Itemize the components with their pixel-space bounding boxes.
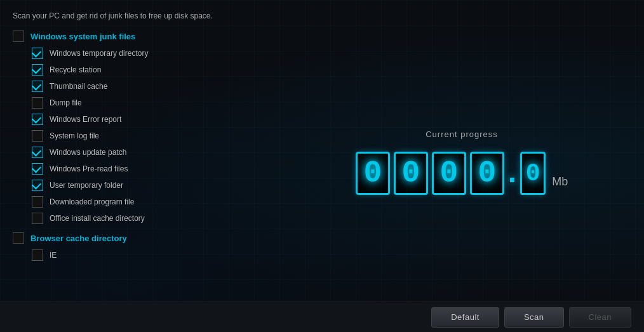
default-button[interactable]: Default <box>431 307 499 328</box>
group-items-windows-junk: Windows temporary directory Recycle stat… <box>32 46 279 226</box>
description-text: Scan your PC and get rid of junk files t… <box>13 11 631 20</box>
digit-3: 0 <box>432 152 466 195</box>
unit-label: Mb <box>552 175 568 195</box>
item-row-system-log-file: System log file <box>32 128 279 143</box>
content-area: Windows system junk files Windows tempor… <box>13 30 631 332</box>
digit-4: 0 <box>470 152 504 195</box>
item-row-thumbnail-cache: Thumbnail cache <box>32 79 279 94</box>
digit-1: 0 <box>356 152 390 195</box>
checkbox-dump-file[interactable] <box>32 97 43 109</box>
group-header-windows-junk: Windows system junk files <box>13 30 279 42</box>
item-label-thumbnail-cache: Thumbnail cache <box>50 82 107 91</box>
item-label-dump-file: Dump file <box>50 98 82 107</box>
checkbox-win-preread[interactable] <box>32 163 43 175</box>
item-label-ie: IE <box>50 251 57 260</box>
item-label-win-preread: Windows Pre-read files <box>50 164 128 173</box>
decimal-point: . <box>508 157 516 187</box>
group-label-windows-junk: Windows system junk files <box>30 32 135 41</box>
item-label-win-temp-dir: Windows temporary directory <box>50 49 148 58</box>
item-row-user-temp-folder: User temporary folder <box>32 178 279 193</box>
item-row-downloaded-program: Downloaded program file <box>32 194 279 209</box>
scan-button[interactable]: Scan <box>504 307 564 328</box>
footer-bar: Default Scan Clean <box>0 302 644 332</box>
item-label-recycle-station: Recycle station <box>50 65 101 74</box>
item-row-office-cache: Office install cache directory <box>32 211 279 226</box>
clean-button: Clean <box>569 307 631 328</box>
checkbox-office-cache[interactable] <box>32 213 43 224</box>
item-row-win-error-report: Windows Error report <box>32 112 279 127</box>
checkbox-user-temp-folder[interactable] <box>32 180 43 191</box>
checkbox-downloaded-program[interactable] <box>32 196 43 208</box>
item-label-user-temp-folder: User temporary folder <box>50 181 123 190</box>
checkbox-thumbnail-cache[interactable] <box>32 81 43 92</box>
checkbox-ie[interactable] <box>32 249 43 261</box>
digit-decimal: 0 <box>520 152 546 195</box>
progress-panel: Current progress 0 0 0 0 . 0 Mb <box>292 30 631 332</box>
item-label-downloaded-program: Downloaded program file <box>50 197 134 206</box>
checklist-panel: Windows system junk files Windows tempor… <box>13 30 279 332</box>
main-container: Scan your PC and get rid of junk files t… <box>0 0 644 332</box>
digit-display: 0 0 0 0 . 0 Mb <box>356 152 568 195</box>
group-label-browser-cache: Browser cache directory <box>30 234 127 243</box>
item-label-win-error-report: Windows Error report <box>50 115 121 124</box>
item-row-win-preread: Windows Pre-read files <box>32 161 279 176</box>
item-label-office-cache: Office install cache directory <box>50 214 145 223</box>
item-row-win-update-patch: Windows update patch <box>32 145 279 160</box>
item-label-system-log-file: System log file <box>50 131 99 140</box>
item-row-ie: IE <box>32 248 279 263</box>
item-row-dump-file: Dump file <box>32 95 279 110</box>
digit-2: 0 <box>394 152 428 195</box>
item-row-win-temp-dir: Windows temporary directory <box>32 46 279 61</box>
group-checkbox-browser-cache[interactable] <box>13 232 24 244</box>
group-checkbox-windows-junk[interactable] <box>13 30 24 42</box>
checkbox-recycle-station[interactable] <box>32 64 43 76</box>
item-row-recycle-station: Recycle station <box>32 62 279 77</box>
group-items-browser-cache: IE <box>32 248 279 263</box>
checkbox-win-update-patch[interactable] <box>32 147 43 158</box>
checkbox-system-log-file[interactable] <box>32 130 43 142</box>
progress-label: Current progress <box>426 129 498 139</box>
checkbox-win-temp-dir[interactable] <box>32 48 43 59</box>
group-header-browser-cache: Browser cache directory <box>13 232 279 244</box>
item-label-win-update-patch: Windows update patch <box>50 148 126 157</box>
checkbox-win-error-report[interactable] <box>32 114 43 125</box>
